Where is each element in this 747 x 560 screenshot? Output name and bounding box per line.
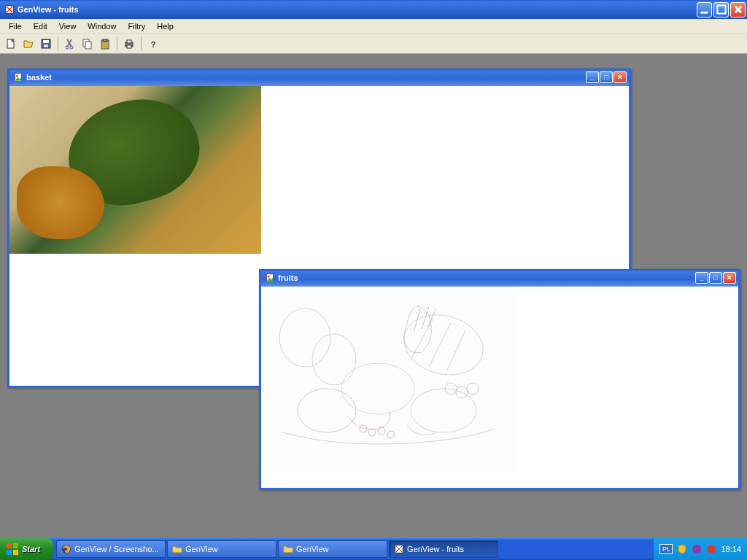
- svg-rect-35: [13, 543, 18, 548]
- svg-point-18: [16, 75, 18, 77]
- copy-button[interactable]: [80, 36, 96, 52]
- taskbar-item-label: GenView: [185, 545, 217, 553]
- start-button[interactable]: Start: [0, 538, 53, 560]
- folder-icon: [172, 544, 182, 554]
- child-body: [261, 287, 738, 488]
- language-indicator[interactable]: PL: [659, 544, 673, 554]
- taskbar: Start GenView / Screensho... GenView Gen…: [0, 538, 747, 560]
- svg-point-25: [298, 389, 356, 432]
- menu-edit[interactable]: Edit: [28, 20, 53, 32]
- svg-rect-14: [127, 40, 131, 43]
- close-button[interactable]: [730, 2, 746, 18]
- svg-point-33: [467, 383, 479, 394]
- maximize-button[interactable]: [713, 2, 729, 18]
- start-label: Start: [22, 545, 40, 553]
- menu-view[interactable]: View: [53, 20, 82, 32]
- toolbar-separator: [141, 36, 142, 51]
- taskbar-item-label: GenView: [296, 545, 328, 553]
- taskbar-tasks: GenView / Screensho... GenView GenView G…: [53, 538, 653, 560]
- tray-icon[interactable]: [692, 544, 702, 554]
- save-button[interactable]: [38, 36, 54, 52]
- document-icon: [265, 273, 275, 283]
- svg-rect-37: [13, 550, 18, 555]
- help-button[interactable]: ?: [145, 36, 161, 52]
- svg-point-28: [368, 429, 376, 436]
- svg-point-22: [312, 334, 356, 385]
- svg-rect-15: [127, 45, 131, 48]
- menu-help[interactable]: Help: [151, 20, 179, 32]
- system-tray: PL 18:14: [653, 538, 747, 560]
- child-minimize-button[interactable]: _: [695, 272, 708, 284]
- app-icon: [394, 544, 404, 554]
- svg-point-24: [341, 363, 414, 414]
- child-maximize-button[interactable]: □: [600, 71, 613, 83]
- windows-logo-icon: [6, 542, 19, 556]
- svg-point-20: [268, 276, 270, 278]
- svg-point-41: [707, 545, 716, 553]
- cut-button[interactable]: [62, 36, 78, 52]
- taskbar-item[interactable]: GenView / Screensho...: [56, 540, 166, 558]
- menubar: File Edit View Window Filtry Help: [0, 19, 747, 34]
- child-close-button[interactable]: ✕: [614, 71, 627, 83]
- mdi-client-area: basket _ □ ✕ fruits _ □ ✕: [0, 54, 747, 538]
- print-button[interactable]: [121, 36, 137, 52]
- shield-icon[interactable]: [677, 544, 687, 554]
- open-button[interactable]: [20, 36, 36, 52]
- taskbar-item[interactable]: GenView: [167, 540, 276, 558]
- svg-rect-36: [7, 550, 12, 555]
- taskbar-item-label: GenView - fruits: [407, 545, 464, 553]
- child-title-text: basket: [26, 73, 583, 82]
- svg-point-23: [398, 306, 490, 384]
- document-icon: [13, 72, 23, 82]
- menu-file[interactable]: File: [3, 20, 28, 32]
- toolbar-separator: [117, 36, 117, 51]
- app-titlebar: GenView - fruits: [0, 0, 747, 19]
- taskbar-item-active[interactable]: GenView - fruits: [389, 540, 498, 558]
- tray-icon[interactable]: [706, 544, 716, 554]
- svg-rect-2: [717, 5, 725, 13]
- svg-rect-34: [7, 543, 12, 548]
- svg-rect-1: [700, 12, 708, 14]
- svg-rect-12: [103, 39, 107, 42]
- basket-image: [9, 86, 261, 254]
- child-maximize-button[interactable]: □: [709, 272, 722, 284]
- child-window-fruits[interactable]: fruits _ □ ✕: [259, 269, 740, 490]
- child-titlebar[interactable]: basket _ □ ✕: [9, 69, 629, 86]
- child-minimize-button[interactable]: _: [586, 71, 599, 83]
- taskbar-item-label: GenView / Screensho...: [74, 545, 158, 553]
- svg-rect-5: [43, 40, 49, 43]
- svg-text:?: ?: [151, 40, 156, 49]
- clock[interactable]: 18:14: [721, 545, 741, 553]
- child-title-text: fruits: [278, 273, 692, 282]
- app-icon: [4, 4, 15, 15]
- folder-icon: [283, 544, 293, 554]
- firefox-icon: [61, 544, 71, 554]
- child-close-button[interactable]: ✕: [723, 272, 736, 284]
- svg-point-40: [692, 545, 701, 553]
- menu-filtry[interactable]: Filtry: [122, 20, 151, 32]
- minimize-button[interactable]: [697, 2, 712, 18]
- paste-button[interactable]: [97, 36, 113, 52]
- toolbar: ?: [0, 34, 747, 54]
- svg-point-29: [378, 427, 385, 435]
- toolbar-separator: [58, 36, 58, 51]
- fruits-edge-image: [261, 287, 513, 472]
- svg-rect-6: [44, 44, 48, 47]
- menu-window[interactable]: Window: [82, 20, 122, 32]
- app-title: GenView - fruits: [18, 5, 79, 14]
- new-button[interactable]: [3, 36, 19, 52]
- taskbar-item[interactable]: GenView: [278, 540, 387, 558]
- svg-rect-10: [85, 42, 91, 49]
- child-titlebar[interactable]: fruits _ □ ✕: [261, 269, 738, 287]
- svg-point-30: [387, 431, 395, 438]
